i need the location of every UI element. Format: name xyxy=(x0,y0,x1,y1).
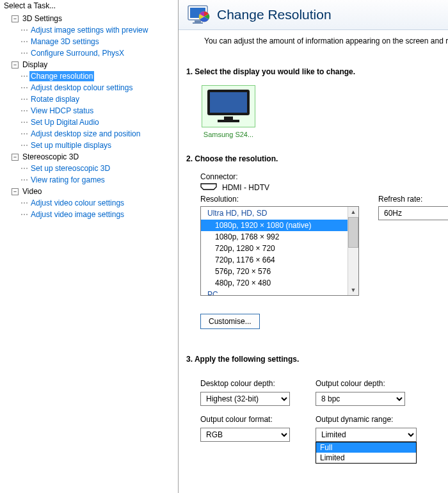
connector-label: Connector: xyxy=(200,172,440,181)
tree-item[interactable]: Adjust desktop colour settings xyxy=(29,83,134,93)
tree-category-display[interactable]: Display xyxy=(21,60,49,70)
tree-item[interactable]: Adjust image settings with preview xyxy=(29,25,149,35)
tree-item[interactable]: Set up stereoscopic 3D xyxy=(29,163,111,174)
connector-value: HDMI - HDTV xyxy=(222,183,269,192)
tree-item-change-resolution[interactable]: Change resolution xyxy=(29,71,94,81)
output-colour-depth-select[interactable]: 8 bpc xyxy=(316,392,405,406)
header-bar: Change Resolution xyxy=(179,0,448,30)
tree-category-3d-settings[interactable]: 3D Settings xyxy=(21,13,63,24)
monitor-icon xyxy=(205,88,252,124)
task-sidebar: Select a Task... − 3D Settings ⋯Adjust i… xyxy=(0,0,179,493)
resolution-label: Resolution: xyxy=(200,195,359,204)
resolution-item[interactable]: 576p, 720 × 576 xyxy=(201,266,348,277)
desktop-colour-depth-label: Desktop colour depth: xyxy=(200,379,309,388)
output-dynamic-range-select[interactable]: Limited xyxy=(316,428,417,442)
output-dynamic-range-label: Output dynamic range: xyxy=(316,415,424,424)
tree-item[interactable]: Set Up Digital Audio xyxy=(29,117,100,127)
svg-rect-8 xyxy=(218,120,239,122)
svg-rect-6 xyxy=(210,92,247,113)
scroll-thumb[interactable] xyxy=(348,217,358,248)
step2-title: 2. Choose the resolution. xyxy=(186,154,440,163)
tree-item[interactable]: Adjust desktop size and position xyxy=(29,129,141,139)
output-colour-format-select[interactable]: RGB xyxy=(200,428,290,442)
refresh-rate-select[interactable]: 60Hz xyxy=(378,206,448,220)
main-panel: Change Resolution You can adjust the amo… xyxy=(179,0,448,493)
tree-item[interactable]: View HDCP status xyxy=(29,106,95,116)
scrollbar[interactable]: ▲ ▼ xyxy=(348,207,358,295)
page-subtext: You can adjust the amount of information… xyxy=(179,30,448,49)
tree-collapse-icon[interactable]: − xyxy=(12,154,19,161)
hdmi-icon xyxy=(200,182,217,192)
tree-collapse-icon[interactable]: − xyxy=(12,61,19,69)
svg-rect-3 xyxy=(193,22,203,24)
scroll-down-icon[interactable]: ▼ xyxy=(348,285,358,295)
tree-collapse-icon[interactable]: − xyxy=(12,15,19,22)
resolution-listbox[interactable]: Ultra HD, HD, SD 1080p, 1920 × 1080 (nat… xyxy=(200,206,359,296)
tree-item[interactable]: Configure Surround, PhysX xyxy=(29,48,125,58)
dropdown-option-limited[interactable]: Limited xyxy=(316,453,416,463)
resolution-item[interactable]: 1080p, 1920 × 1080 (native) xyxy=(201,220,348,231)
dropdown-option-full[interactable]: Full xyxy=(316,442,416,453)
tree-category-stereo[interactable]: Stereoscopic 3D xyxy=(21,152,80,162)
step3-title: 3. Apply the following settings. xyxy=(186,355,440,364)
resolution-item[interactable]: 480p, 720 × 480 xyxy=(201,277,348,289)
monitor-color-icon xyxy=(188,5,211,24)
step1-title: 1. Select the display you would like to … xyxy=(186,67,440,76)
tree-item[interactable]: Rotate display xyxy=(29,94,81,104)
resolution-group-header: PC xyxy=(201,289,348,295)
svg-rect-2 xyxy=(195,20,201,22)
display-label: Samsung S24... xyxy=(202,131,255,138)
tree-item[interactable]: Set up multiple displays xyxy=(29,140,113,150)
resolution-group-header: Ultra HD, HD, SD xyxy=(201,207,348,220)
resolution-item[interactable]: 720p, 1280 × 720 xyxy=(201,243,348,254)
output-colour-depth-label: Output colour depth: xyxy=(316,379,424,388)
sidebar-title: Select a Task... xyxy=(0,0,178,12)
tree-category-video[interactable]: Video xyxy=(21,186,43,197)
resolution-item[interactable]: 720p, 1176 × 664 xyxy=(201,254,348,266)
output-dynamic-range-dropdown[interactable]: Full Limited xyxy=(316,442,417,464)
output-colour-format-label: Output colour format: xyxy=(200,415,309,424)
tree-item[interactable]: View rating for games xyxy=(29,175,106,185)
desktop-colour-depth-select[interactable]: Highest (32-bit) xyxy=(200,392,290,406)
tree-item[interactable]: Adjust video image settings xyxy=(29,209,125,220)
tree-item[interactable]: Manage 3D settings xyxy=(29,36,100,47)
tree-item[interactable]: Adjust video colour settings xyxy=(29,198,125,208)
refresh-rate-label: Refresh rate: xyxy=(378,195,448,204)
resolution-item[interactable]: 1080p, 1768 × 992 xyxy=(201,231,348,243)
task-tree: − 3D Settings ⋯Adjust image settings wit… xyxy=(0,12,178,220)
customise-button[interactable]: Customise... xyxy=(200,314,260,329)
scroll-up-icon[interactable]: ▲ xyxy=(348,207,358,217)
display-selector[interactable]: Samsung S24... xyxy=(202,85,255,138)
svg-rect-7 xyxy=(224,117,233,120)
page-title: Change Resolution xyxy=(217,7,332,22)
tree-collapse-icon[interactable]: − xyxy=(12,188,19,195)
